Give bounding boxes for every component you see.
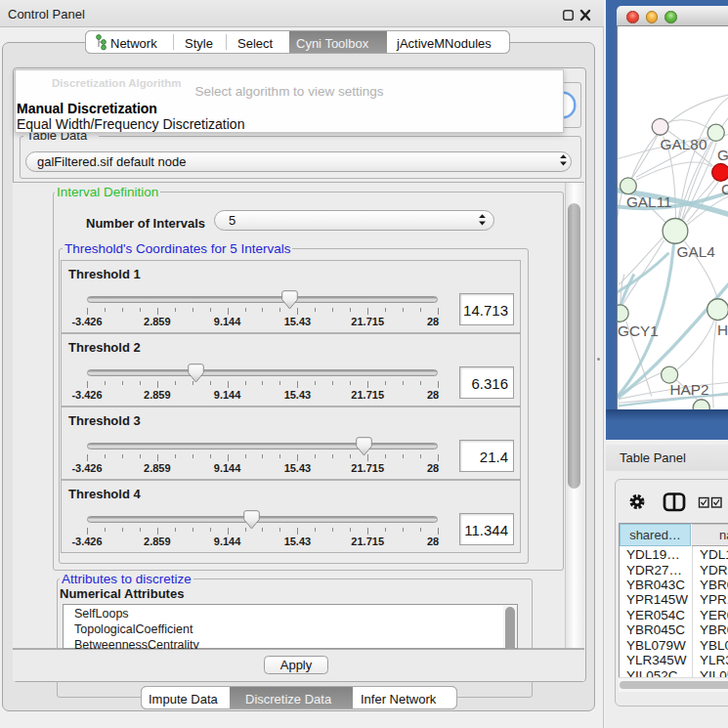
svg-text:GCY1: GCY1 xyxy=(618,322,659,339)
svg-text:C: C xyxy=(721,181,728,197)
svg-text:H: H xyxy=(717,321,728,338)
svg-text:GAL4: GAL4 xyxy=(676,243,715,260)
svg-text:GA: GA xyxy=(717,147,728,163)
svg-text:HAP2: HAP2 xyxy=(670,381,709,398)
svg-text:GAL11: GAL11 xyxy=(626,193,672,210)
svg-text:GAL80: GAL80 xyxy=(661,136,707,152)
